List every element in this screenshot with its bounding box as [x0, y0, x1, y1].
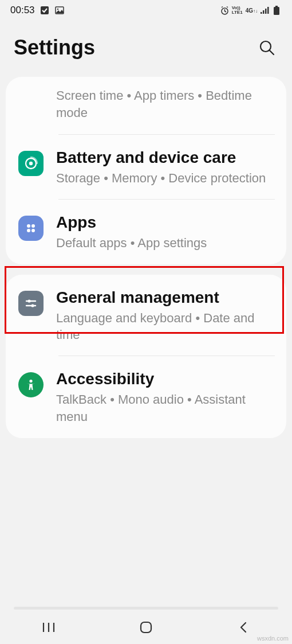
settings-item-accessibility[interactable]: Accessibility TalkBack • Mono audio • As…: [6, 356, 286, 438]
header: Settings: [0, 21, 292, 77]
settings-item-battery[interactable]: Battery and device care Storage • Memory…: [6, 135, 286, 200]
watermark: wsxdn.com: [257, 635, 289, 642]
svg-rect-4: [261, 12, 262, 14]
settings-item-digital-wellbeing[interactable]: Screen time • App timers • Bedtime mode: [6, 77, 286, 135]
status-time: 00:53: [10, 5, 35, 16]
item-subtitle: Storage • Memory • Device protection: [56, 170, 274, 187]
recents-icon: [42, 622, 56, 633]
search-icon: [258, 39, 275, 56]
page-title: Settings: [14, 36, 95, 60]
svg-point-13: [29, 162, 33, 165]
item-text: General management Language and keyboard…: [56, 287, 274, 344]
svg-point-17: [31, 229, 35, 232]
item-subtitle: Screen time • App timers • Bedtime mode: [56, 87, 274, 121]
item-title: Battery and device care: [56, 147, 274, 167]
svg-rect-6: [265, 9, 267, 14]
general-management-icon: [18, 291, 44, 316]
item-text: Screen time • App timers • Bedtime mode: [56, 87, 274, 121]
svg-point-15: [31, 224, 35, 228]
svg-point-21: [31, 304, 34, 307]
item-subtitle: Default apps • App settings: [56, 235, 274, 252]
home-button[interactable]: [123, 616, 169, 639]
item-text: Accessibility TalkBack • Mono audio • As…: [56, 369, 274, 425]
accessibility-icon: [18, 372, 44, 397]
item-subtitle: Language and keyboard • Date and time: [56, 310, 274, 344]
apps-icon: [18, 216, 44, 241]
svg-rect-5: [263, 10, 265, 14]
svg-rect-9: [274, 7, 279, 15]
status-bar: 00:53 Vo))LTE1 4G↑↓: [0, 0, 292, 21]
item-title: Apps: [56, 212, 274, 232]
svg-point-22: [29, 380, 32, 383]
item-title: General management: [56, 287, 274, 307]
item-text: Battery and device care Storage • Memory…: [56, 147, 274, 187]
scroll-indicator: [14, 607, 278, 610]
recents-button[interactable]: [26, 616, 72, 639]
svg-rect-8: [275, 6, 278, 7]
item-title: Accessibility: [56, 369, 274, 389]
item-subtitle: TalkBack • Mono audio • Assistant menu: [56, 391, 274, 425]
svg-point-16: [27, 229, 30, 232]
svg-line-11: [270, 50, 274, 54]
alarm-icon: [220, 5, 230, 15]
4g-icon: 4G↑↓: [246, 7, 258, 14]
status-left: 00:53: [10, 5, 65, 16]
home-icon: [140, 621, 152, 634]
svg-rect-0: [41, 6, 49, 14]
image-icon: [54, 5, 65, 15]
svg-point-19: [27, 299, 30, 302]
settings-card-2: General management Language and keyboard…: [6, 275, 286, 438]
svg-point-2: [57, 9, 58, 10]
navigation-bar: [0, 611, 292, 644]
volte-icon: Vo))LTE1: [232, 6, 243, 15]
svg-point-14: [27, 224, 30, 228]
battery-status-icon: [271, 5, 282, 15]
checkbox-icon: [40, 5, 50, 15]
settings-item-apps[interactable]: Apps Default apps • App settings: [6, 200, 286, 264]
svg-rect-26: [141, 622, 151, 633]
svg-rect-7: [267, 7, 269, 14]
battery-care-icon: [18, 151, 44, 176]
item-text: Apps Default apps • App settings: [56, 212, 274, 252]
settings-item-general[interactable]: General management Language and keyboard…: [6, 275, 286, 356]
signal-icon: [259, 5, 270, 15]
status-right: Vo))LTE1 4G↑↓: [220, 5, 282, 15]
back-icon: [238, 621, 248, 634]
search-button[interactable]: [255, 36, 278, 59]
settings-card-1: Screen time • App timers • Bedtime mode …: [6, 77, 286, 264]
